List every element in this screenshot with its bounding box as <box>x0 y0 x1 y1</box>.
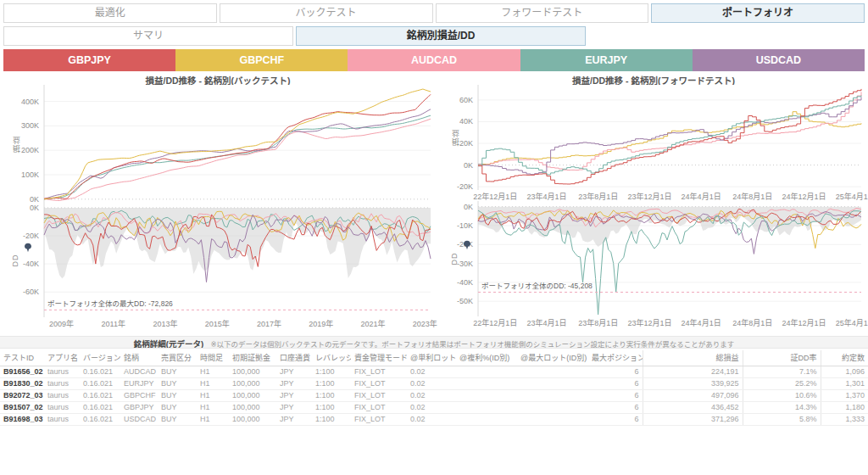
tab-forward-test[interactable]: フォワードテスト <box>436 3 649 23</box>
svg-text:-60K: -60K <box>23 288 39 296</box>
tab-symbol-pnl-dd[interactable]: 銘柄別損益/DD <box>296 26 586 46</box>
table-cell: BUY <box>158 366 197 378</box>
table-cell: 0.02 <box>407 402 456 414</box>
svg-text:0K: 0K <box>464 203 473 211</box>
column-header: 約定数 <box>821 350 868 366</box>
table-cell: 0.02 <box>407 414 456 426</box>
forward-chart-section: 損益/DD推移 - 銘柄別(フォワードテスト) -20K0K20K40K60K損… <box>439 74 868 327</box>
forward-x-axis-top: 22年12月1日23年4月1日23年8月1日23年12月1日24年4月1日24年… <box>439 190 868 201</box>
table-cell: 0.16.021 <box>80 414 120 426</box>
forward-chart-title: 損益/DD推移 - 銘柄別(フォワードテスト) <box>439 74 868 85</box>
svg-text:300K: 300K <box>21 121 39 130</box>
table-row[interactable]: B91656_02taurus0.16.021AUDCADBUYH1100,00… <box>0 366 868 378</box>
table-cell: JPY <box>276 402 312 414</box>
tab-portfolio[interactable]: ポートフォリオ <box>651 3 865 23</box>
table-row[interactable]: B91507_02taurus0.16.021GBPJPYBUYH1100,00… <box>0 402 868 414</box>
table-cell: 14.3% <box>743 402 821 414</box>
column-header: @複利%(ID別) <box>456 350 517 366</box>
x-tick-label: 24年4月1日 <box>682 317 721 328</box>
table-cell: 5.8% <box>743 414 821 426</box>
table-cell <box>517 414 588 426</box>
table-cell: H1 <box>197 366 229 378</box>
symbol-button-eurjpy[interactable]: EURJPY <box>520 49 693 71</box>
tab-optimization[interactable]: 最適化 <box>3 3 217 23</box>
x-tick-label: 23年4月1日 <box>527 317 567 328</box>
x-tick-label: 23年8月1日 <box>578 317 618 328</box>
y-axis-label-dd: DD <box>11 254 19 267</box>
svg-text:-50K: -50K <box>457 297 473 305</box>
tab-summary[interactable]: サマリ <box>3 26 293 46</box>
table-cell: taurus <box>44 366 80 378</box>
forward-profit-plot[interactable]: -20K0K20K40K60K損益 <box>439 85 868 190</box>
table-row[interactable]: B92072_03taurus0.16.021GBPCHFBUYH1100,00… <box>0 390 868 402</box>
table-row[interactable]: B91698_03taurus0.16.021USDCADBUYH1100,00… <box>0 414 868 426</box>
pin-icon[interactable] <box>463 240 471 250</box>
column-header: 銘柄 <box>120 350 158 366</box>
pin-icon[interactable] <box>24 243 32 253</box>
table-cell: 1:100 <box>312 366 351 378</box>
table-cell: BUY <box>158 402 197 414</box>
column-header: @最大ロット(ID別) <box>517 350 588 366</box>
table-cell: FIX_LOT <box>351 378 407 390</box>
table-cell: JPY <box>276 414 312 426</box>
table-cell: 0.16.021 <box>80 378 120 390</box>
svg-text:200K: 200K <box>21 146 39 154</box>
column-header: 総損益 <box>643 350 743 366</box>
svg-text:-40K: -40K <box>23 260 39 268</box>
svg-text:-40K: -40K <box>457 278 473 287</box>
table-cell: 0.16.021 <box>80 402 120 414</box>
table-cell: BUY <box>158 414 197 426</box>
table-cell: 1:100 <box>312 402 351 414</box>
table-cell: 1:100 <box>312 378 351 390</box>
svg-text:0K: 0K <box>464 161 473 170</box>
table-cell: taurus <box>44 378 80 390</box>
table-cell <box>517 378 588 390</box>
table-cell: 436,452 <box>643 402 743 414</box>
column-header: 初期証拠金 <box>229 350 276 366</box>
table-cell: 6 <box>588 414 643 426</box>
table-cell: 10.6% <box>743 390 821 402</box>
svg-text:60K: 60K <box>459 96 473 104</box>
table-cell: 1,301 <box>821 378 868 390</box>
column-header: 売買区分 <box>158 350 197 366</box>
table-cell: B92072_03 <box>0 390 44 402</box>
table-cell: 1:100 <box>312 390 351 402</box>
table-cell: 7.1% <box>743 366 821 378</box>
table-cell: 0.02 <box>407 390 456 402</box>
table-cell: 6 <box>588 378 643 390</box>
backtest-profit-plot[interactable]: 0K100K200K300K400K損益 <box>0 85 436 204</box>
table-cell: GBPJPY <box>120 402 158 414</box>
x-tick-label: 2021年 <box>360 318 385 329</box>
table-cell <box>456 366 517 378</box>
table-cell: H1 <box>197 414 229 426</box>
forward-dd-plot[interactable]: 0K-10K-20K-30K-40K-50Kポートフォリオ全体のDD: -45,… <box>439 201 868 316</box>
symbol-detail-table: テストIDアプリ名バージョン銘柄売買区分時間足初期証拠金口座通貨レバレッジ資金管… <box>0 350 868 426</box>
table-cell: FIX_LOT <box>351 414 407 426</box>
table-cell <box>456 414 517 426</box>
column-header: 最大ポジション <box>588 350 643 366</box>
table-cell: FIX_LOT <box>351 390 407 402</box>
table-cell: H1 <box>197 390 229 402</box>
backtest-dd-plot[interactable]: 0K-20K-40K-60Kポートフォリオ全体の最大DD: -72,826DD <box>0 204 436 317</box>
table-cell: 224,191 <box>643 366 743 378</box>
tab-backtest[interactable]: バックテスト <box>220 3 433 23</box>
symbol-button-gbpjpy[interactable]: GBPJPY <box>3 49 175 71</box>
x-tick-label: 2015年 <box>205 318 230 329</box>
column-header: 口座通貨 <box>276 350 312 366</box>
backtest-x-axis: 2009年2011年2013年2015年2017年2019年2021年2023年 <box>0 317 436 328</box>
table-cell: 6 <box>588 390 643 402</box>
x-tick-label: 2023年 <box>413 318 437 329</box>
symbol-button-audcad[interactable]: AUDCAD <box>348 49 520 71</box>
table-cell: B91656_02 <box>0 366 44 378</box>
table-cell: taurus <box>44 414 80 426</box>
table-cell: 497,096 <box>643 390 743 402</box>
svg-text:100K: 100K <box>21 170 39 179</box>
table-row[interactable]: B91830_02taurus0.16.021EURJPYBUYH1100,00… <box>0 378 868 390</box>
table-cell <box>456 390 517 402</box>
symbol-button-usdcad[interactable]: USDCAD <box>693 49 865 71</box>
table-cell: 100,000 <box>229 402 276 414</box>
table-cell: 100,000 <box>229 390 276 402</box>
table-cell: GBPCHF <box>120 390 158 402</box>
symbol-button-gbpchf[interactable]: GBPCHF <box>175 49 348 71</box>
x-tick-label: 23年12月1日 <box>627 317 671 328</box>
